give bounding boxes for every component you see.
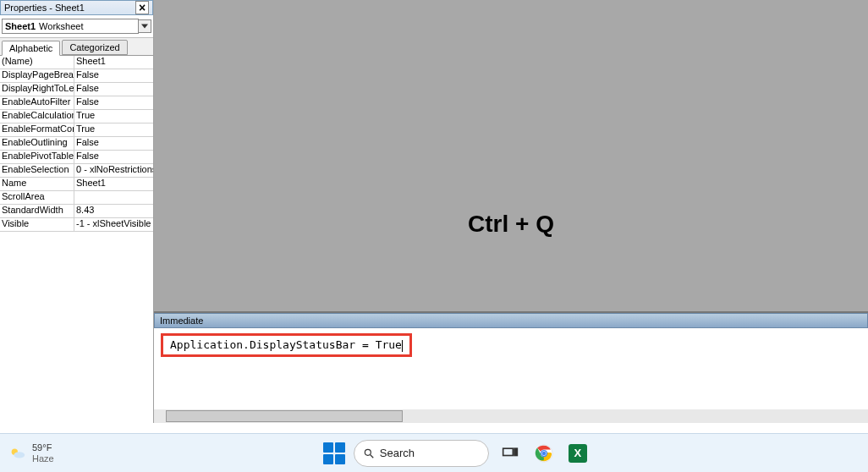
weather-icon (8, 444, 27, 463)
shortcut-overlay: Ctrl + Q (468, 211, 554, 238)
taskbar-search[interactable]: Search (354, 440, 489, 467)
property-value[interactable]: False (74, 137, 153, 150)
property-name: EnableOutlining (0, 137, 74, 150)
right-pane: Ctrl + Q Immediate Application.DisplaySt… (154, 0, 868, 423)
property-row[interactable]: Visible-1 - xlSheetVisible (0, 218, 153, 232)
property-value[interactable]: False (74, 69, 153, 82)
property-value[interactable]: 0 - xlNoRestrictions (74, 164, 153, 177)
code-area[interactable]: Ctrl + Q (154, 0, 868, 311)
chevron-down-icon[interactable] (139, 19, 151, 33)
immediate-title[interactable]: Immediate (154, 313, 868, 328)
property-value[interactable]: False (74, 83, 153, 96)
object-type: Worksheet (39, 21, 83, 31)
weather-desc: Haze (32, 453, 54, 464)
scrollbar-thumb[interactable] (166, 410, 403, 422)
property-row[interactable]: DisplayPageBreaksFalse (0, 69, 153, 83)
property-value[interactable]: False (74, 96, 153, 109)
chrome-icon (535, 444, 553, 463)
property-name: (Name) (0, 56, 74, 69)
taskbar: 59°F Haze Search (0, 433, 868, 472)
property-row[interactable]: EnableAutoFilterFalse (0, 96, 153, 110)
svg-rect-5 (514, 448, 517, 455)
properties-tabs: Alphabetic Categorized (0, 38, 153, 55)
weather-widget[interactable]: 59°F Haze (8, 442, 54, 463)
search-placeholder: Search (380, 447, 415, 459)
property-name: EnableCalculation (0, 110, 74, 123)
object-name: Sheet1 (5, 21, 36, 31)
property-row[interactable]: EnableSelection0 - xlNoRestrictions (0, 164, 153, 178)
property-name: Visible (0, 218, 74, 231)
property-name: EnableSelection (0, 164, 74, 177)
property-value[interactable]: True (74, 110, 153, 123)
close-icon[interactable]: × (135, 1, 149, 14)
svg-point-9 (542, 451, 547, 455)
immediate-window: Immediate Application.DisplayStatusBar =… (154, 311, 868, 423)
property-value[interactable]: 8.43 (74, 205, 153, 217)
svg-line-3 (371, 454, 374, 458)
excel-icon: X (569, 444, 587, 463)
immediate-highlighted-line: Application.DisplayStatusBar = True (161, 333, 412, 357)
property-name: EnablePivotTable (0, 151, 74, 163)
property-row[interactable]: ScrollArea (0, 191, 153, 205)
search-icon (363, 447, 375, 459)
property-value[interactable]: True (74, 123, 153, 136)
weather-temp: 59°F (32, 442, 54, 453)
start-button[interactable] (323, 442, 345, 464)
property-row[interactable]: EnableCalculationTrue (0, 110, 153, 123)
property-name: Name (0, 178, 74, 190)
immediate-body[interactable]: Application.DisplayStatusBar = True (154, 328, 868, 409)
property-value[interactable]: Sheet1 (74, 178, 153, 190)
property-name: EnableAutoFilter (0, 96, 74, 109)
property-name: DisplayRightToLeft (0, 83, 74, 96)
property-row[interactable]: EnableOutliningFalse (0, 137, 153, 151)
property-row[interactable]: (Name)Sheet1 (0, 56, 153, 69)
property-row[interactable]: StandardWidth8.43 (0, 205, 153, 218)
text-cursor (402, 340, 403, 352)
horizontal-scrollbar[interactable] (154, 409, 868, 423)
properties-grid[interactable]: (Name)Sheet1DisplayPageBreaksFalseDispla… (0, 55, 153, 423)
property-row[interactable]: DisplayRightToLeftFalse (0, 83, 153, 96)
property-value[interactable] (74, 191, 153, 204)
properties-panel: Properties - Sheet1 × Sheet1 Worksheet A… (0, 0, 154, 423)
svg-point-2 (365, 449, 371, 455)
excel-button[interactable]: X (565, 441, 591, 466)
tab-categorized[interactable]: Categorized (62, 40, 127, 55)
property-name: ScrollArea (0, 191, 74, 204)
object-selector[interactable]: Sheet1 Worksheet (2, 19, 139, 34)
properties-titlebar[interactable]: Properties - Sheet1 × (0, 0, 153, 15)
property-name: StandardWidth (0, 205, 74, 217)
immediate-line-text: Application.DisplayStatusBar = True (170, 338, 402, 351)
properties-title: Properties - Sheet1 (4, 3, 135, 13)
task-view-icon (502, 445, 519, 462)
property-value[interactable]: False (74, 151, 153, 163)
property-value[interactable]: -1 - xlSheetVisible (74, 218, 153, 231)
property-row[interactable]: NameSheet1 (0, 178, 153, 191)
svg-point-1 (14, 452, 25, 458)
svg-rect-4 (503, 448, 514, 455)
task-view-button[interactable] (497, 441, 523, 466)
property-value[interactable]: Sheet1 (74, 56, 153, 69)
property-row[interactable]: EnableFormatConditionsCalculationTrue (0, 123, 153, 137)
chrome-button[interactable] (531, 441, 557, 466)
tab-alphabetic[interactable]: Alphabetic (2, 41, 60, 56)
property-name: DisplayPageBreaks (0, 69, 74, 82)
property-name: EnableFormatConditionsCalculation (0, 123, 74, 136)
property-row[interactable]: EnablePivotTableFalse (0, 151, 153, 164)
